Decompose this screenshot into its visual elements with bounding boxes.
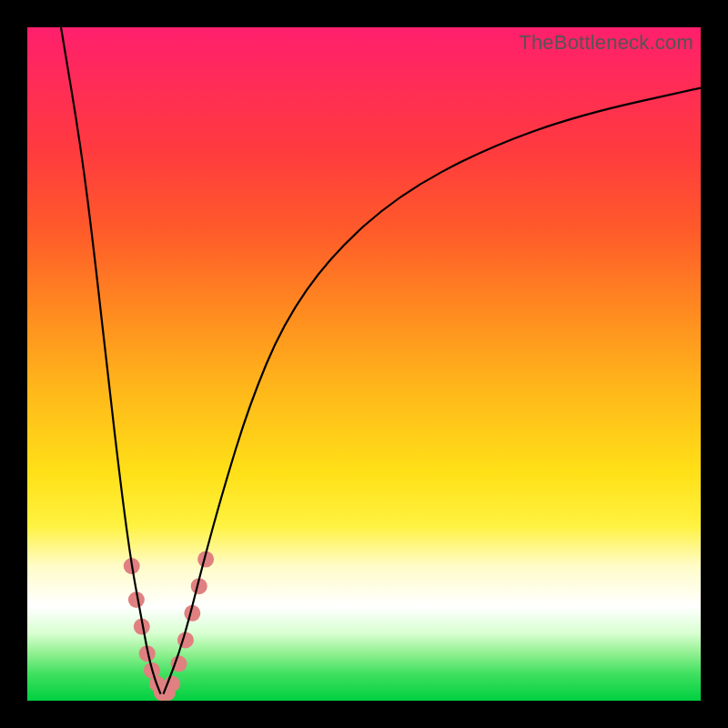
chart-frame: TheBottleneck.com <box>0 0 728 728</box>
chart-svg <box>27 27 701 701</box>
curve-left <box>61 27 161 694</box>
curve-right <box>163 88 701 694</box>
plot-area: TheBottleneck.com <box>27 27 701 701</box>
